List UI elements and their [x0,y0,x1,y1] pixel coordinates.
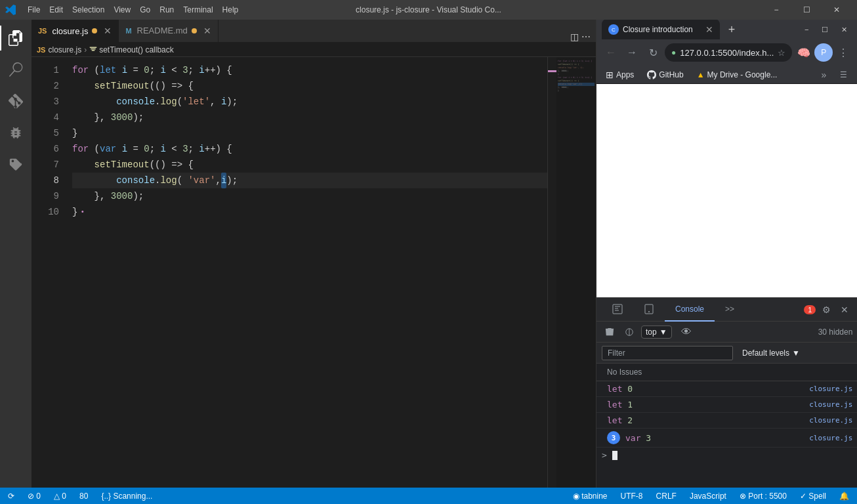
tab-close-readme[interactable]: ✕ [203,26,211,36]
activity-extensions[interactable] [0,148,31,180]
chrome-close[interactable]: ✕ [836,24,852,35]
status-encoding[interactable]: UTF-8 [618,492,646,501]
address-bar[interactable]: ● 127.0.0.1:5500/index.h... ☆ [665,43,792,62]
devtools-settings-icon[interactable]: ⚙ [818,302,834,318]
console-toolbar: top ▼ 👁 30 hidden [596,322,857,343]
menu-view[interactable]: View [110,4,135,16]
msg-let-2-source[interactable]: closure.js [809,416,852,425]
split-editor-icon[interactable]: ◫ [570,32,579,42]
window-title: closure.js - js-closure - Visual Studio … [356,5,501,14]
status-notifications[interactable]: 🔔 [837,492,852,501]
chrome-maximize[interactable]: ☐ [816,24,833,35]
code-editor[interactable]: 1 2 3 4 5 6 7 8 9 10 [31,57,596,504]
more-actions-icon[interactable]: ⋯ [581,32,591,42]
code-line-5: } [72,125,547,141]
devtools-panel: Console >> 1 ⚙ ✕ [596,297,857,504]
code-content[interactable]: for ( let i = 0 ; i < 3 ; [67,57,547,504]
menu-go[interactable]: Go [136,4,154,16]
minimize-button[interactable]: − [761,0,791,20]
tab-readme-md[interactable]: M README.md ✕ [119,20,218,42]
menu-help[interactable]: Help [219,4,243,16]
tab-modified-dot [92,28,97,33]
status-scanning[interactable]: {..} Scanning... [98,492,155,501]
bookmark-star[interactable]: ☆ [778,48,785,58]
bookmark-github-label: GitHub [659,70,683,79]
code-line-6: for ( var i = 0 ; i < 3 ; [72,141,547,157]
status-errors[interactable]: ⊘ 0 [25,492,43,501]
filter-input[interactable] [602,346,733,360]
filter-icon[interactable] [621,324,637,340]
activity-git[interactable] [0,85,31,117]
devtools-tab-inspect[interactable] [602,298,633,322]
apps-icon: ⊞ [606,70,614,80]
code-line-4: }, 3000 ); [72,110,547,125]
status-language[interactable]: JavaScript [687,492,729,501]
status-line-ending[interactable]: CRLF [654,492,679,501]
filter-bar: Default levels ▼ [596,343,857,364]
forward-button[interactable]: → [623,43,641,62]
msg-let-1-source[interactable]: closure.js [809,400,852,409]
reload-button[interactable]: ↻ [644,43,662,62]
bookmarks-more-icon[interactable]: » [822,70,827,80]
chrome-tab-active[interactable]: C Closure introduction ✕ [602,20,720,40]
menu-edit[interactable]: Edit [45,4,67,16]
chrome-new-tab-button[interactable]: + [722,20,741,39]
close-button[interactable]: ✕ [822,0,852,20]
console-input-line[interactable]: > [596,448,857,463]
chrome-menu-icon[interactable]: ⋮ [834,43,852,62]
back-button[interactable]: ← [602,43,620,62]
devtools-tab-console[interactable]: Console [665,298,715,322]
menu-terminal[interactable]: Terminal [179,4,217,16]
devtools-tab-device[interactable] [633,298,665,322]
status-spell[interactable]: ✓ Spell [797,492,829,501]
chrome-window-controls: − ☐ ✕ [799,24,852,35]
status-sync[interactable]: ⟳ [5,492,17,501]
chrome-minimize[interactable]: − [799,24,814,35]
tab-closure-js[interactable]: JS closure.js ✕ [31,20,119,42]
clear-console-icon[interactable] [602,324,617,340]
chrome-tab-close[interactable]: ✕ [705,24,713,35]
tab-close-closure[interactable]: ✕ [104,26,112,36]
status-warnings[interactable]: △ 0 [51,492,69,501]
console-messages[interactable]: No Issues let 0 closure.js [596,364,857,504]
status-tabnine[interactable]: ◉ tabnine [570,492,610,501]
activity-bar [0,20,31,504]
bookmark-apps[interactable]: ⊞ Apps [602,68,638,81]
breadcrumb-file[interactable]: closure.js [48,45,81,54]
url-text: 127.0.0.1:5500/index.h... [680,48,774,58]
minimap: for (let i = 0; i < 3; i++) { setTimeout… [556,57,596,504]
maximize-button[interactable]: ☐ [791,0,822,20]
tab-bar: JS closure.js ✕ M README.md ✕ ◫ ⋯ [31,20,596,43]
bookmark-github[interactable]: GitHub [643,69,687,81]
activity-debug[interactable] [0,117,31,148]
svg-rect-0 [613,304,622,314]
breadcrumb-function-name: setTimeout() callback [99,45,174,54]
svg-point-2 [648,311,650,312]
tab-actions: ◫ ⋯ [570,32,596,42]
eye-icon[interactable]: 👁 [681,326,692,338]
menu-selection[interactable]: Selection [68,4,108,16]
status-bar-right: ◉ tabnine UTF-8 CRLF JavaScript ⊗ Port :… [570,492,852,501]
web-content [596,84,857,297]
status-port[interactable]: ⊗ Port : 5500 [737,492,789,501]
menu-file[interactable]: File [24,4,44,16]
chrome-toolbar: ← → ↻ ● 127.0.0.1:5500/index.h... ☆ 🧠 P … [596,39,857,66]
devtools-tab-sources[interactable]: >> [715,298,745,322]
tab-modified-dot-md [192,28,197,33]
msg-var-3-source[interactable]: closure.js [809,434,852,442]
profile-icon[interactable]: P [814,43,833,62]
activity-search[interactable] [0,54,31,85]
msg-let-0-source[interactable]: closure.js [809,385,852,393]
activity-explorer[interactable] [0,22,31,54]
extensions-icon[interactable]: 🧠 [795,43,813,62]
menu-run[interactable]: Run [156,4,178,16]
status-count[interactable]: 80 [77,492,91,501]
devtools-close-icon[interactable]: ✕ [837,302,852,318]
context-selector[interactable]: top ▼ [641,326,672,339]
editor-scrollbar[interactable] [547,57,556,504]
breadcrumb-function[interactable]: setTimeout() callback [89,45,174,54]
default-levels-dropdown-icon: ▼ [792,348,800,358]
reading-list-icon[interactable]: ☰ [834,66,852,84]
bookmark-drive[interactable]: ▲ My Drive - Google... [693,69,782,81]
default-levels-button[interactable]: Default levels ▼ [738,347,804,359]
